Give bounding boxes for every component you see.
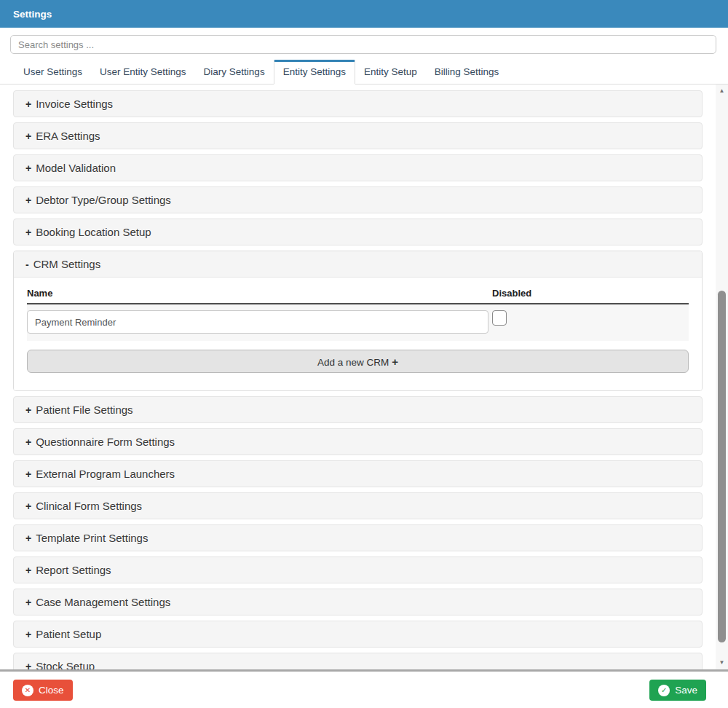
tab-user-settings[interactable]: User Settings xyxy=(15,60,91,84)
accordion-panel-questionnaire-form-settings[interactable]: + Questionnaire Form Settings xyxy=(13,428,703,455)
check-circle-icon: ✓ xyxy=(658,685,670,696)
expand-plus-icon: + xyxy=(25,194,31,206)
expand-plus-icon: + xyxy=(25,468,31,480)
accordion-panel-model-validation[interactable]: + Model Validation xyxy=(13,154,703,181)
accordion-panel-crm-settings: - CRM Settings Name Disabled Add a new C… xyxy=(13,251,703,391)
expand-plus-icon: + xyxy=(25,500,31,512)
crm-column-disabled: Disabled xyxy=(492,288,531,299)
accordion-panel-booking-location-setup[interactable]: + Booking Location Setup xyxy=(13,219,703,245)
panel-title: ERA Settings xyxy=(36,130,100,142)
panel-title: Debtor Type/Group Settings xyxy=(36,194,171,206)
panel-title: External Program Launchers xyxy=(36,468,175,480)
dialog-footer: ✕ Close ✓ Save xyxy=(0,672,728,708)
collapse-minus-icon: - xyxy=(25,259,29,270)
tab-entity-settings[interactable]: Entity Settings xyxy=(274,60,355,84)
expand-plus-icon: + xyxy=(25,532,31,544)
crm-table-row xyxy=(27,304,689,341)
expand-plus-icon: + xyxy=(25,436,31,448)
panel-title: Questionnaire Form Settings xyxy=(36,436,175,448)
expand-plus-icon: + xyxy=(25,404,31,416)
panel-title: Case Management Settings xyxy=(36,596,170,608)
accordion-panel-debtor-type-group-settings[interactable]: + Debtor Type/Group Settings xyxy=(13,186,703,213)
scrollbar-thumb[interactable] xyxy=(718,291,726,642)
panel-title: Patient File Settings xyxy=(36,404,132,416)
settings-scroll-area: + Invoice Settings + ERA Settings + Mode… xyxy=(0,84,728,672)
tab-user-entity-settings[interactable]: User Entity Settings xyxy=(91,60,195,84)
accordion-panel-patient-file-settings[interactable]: + Patient File Settings xyxy=(13,396,703,423)
accordion-panel-template-print-settings[interactable]: + Template Print Settings xyxy=(13,524,703,551)
window-title: Settings xyxy=(13,9,52,20)
accordion-panel-external-program-launchers[interactable]: + External Program Launchers xyxy=(13,460,703,487)
panel-title: CRM Settings xyxy=(33,258,101,270)
panel-title: Model Validation xyxy=(36,162,116,174)
accordion-panel-patient-setup[interactable]: + Patient Setup xyxy=(13,621,703,648)
expand-plus-icon: + xyxy=(25,565,31,576)
close-button-label: Close xyxy=(39,685,64,696)
expand-plus-icon: + xyxy=(25,98,31,110)
window-titlebar: Settings xyxy=(0,0,728,28)
scrollbar-up-arrow-icon[interactable]: ▲ xyxy=(716,86,728,96)
close-circle-icon: ✕ xyxy=(22,685,33,696)
panel-title: Invoice Settings xyxy=(36,98,113,110)
tab-billing-settings[interactable]: Billing Settings xyxy=(426,60,508,84)
vertical-scrollbar[interactable]: ▲ ▼ xyxy=(716,84,728,669)
accordion-panel-report-settings[interactable]: + Report Settings xyxy=(13,556,703,583)
search-input[interactable] xyxy=(10,35,716,54)
accordion-panel-era-settings[interactable]: + ERA Settings xyxy=(13,122,703,149)
expand-plus-icon: + xyxy=(25,629,31,640)
add-new-crm-button[interactable]: Add a new CRM + xyxy=(27,350,689,373)
tab-diary-settings[interactable]: Diary Settings xyxy=(195,60,274,84)
accordion-list: + Invoice Settings + ERA Settings + Mode… xyxy=(0,84,728,672)
panel-title: Clinical Form Settings xyxy=(36,500,142,512)
panel-title: Patient Setup xyxy=(36,628,101,640)
panel-title: Template Print Settings xyxy=(36,532,148,544)
crm-settings-body: Name Disabled Add a new CRM + xyxy=(14,278,702,390)
crm-disabled-checkbox[interactable] xyxy=(492,310,507,326)
accordion-panel-invoice-settings[interactable]: + Invoice Settings xyxy=(13,90,703,117)
settings-tabbar: User Settings User Entity Settings Diary… xyxy=(0,60,728,84)
expand-plus-icon: + xyxy=(25,130,31,142)
save-button[interactable]: ✓ Save xyxy=(649,680,706,701)
plus-icon: + xyxy=(392,355,398,368)
expand-plus-icon: + xyxy=(25,597,31,608)
tab-entity-setup[interactable]: Entity Setup xyxy=(355,60,426,84)
crm-table-header: Name Disabled xyxy=(27,288,689,304)
panel-title: Report Settings xyxy=(36,564,111,576)
accordion-panel-case-management-settings[interactable]: + Case Management Settings xyxy=(13,589,703,615)
crm-settings-header[interactable]: - CRM Settings xyxy=(14,251,702,278)
save-button-label: Save xyxy=(675,685,697,696)
expand-plus-icon: + xyxy=(25,227,31,238)
accordion-panel-clinical-form-settings[interactable]: + Clinical Form Settings xyxy=(13,492,703,519)
search-bar xyxy=(0,28,728,57)
expand-plus-icon: + xyxy=(25,162,31,174)
scrollbar-down-arrow-icon[interactable]: ▼ xyxy=(716,658,728,668)
close-button[interactable]: ✕ Close xyxy=(13,680,73,701)
crm-name-input[interactable] xyxy=(27,310,488,334)
panel-title: Stock Setup xyxy=(36,660,95,672)
accordion-panel-stock-setup[interactable]: + Stock Setup xyxy=(13,653,703,672)
panel-title: Booking Location Setup xyxy=(36,226,151,238)
crm-column-name: Name xyxy=(27,288,492,299)
expand-plus-icon: + xyxy=(25,661,31,672)
